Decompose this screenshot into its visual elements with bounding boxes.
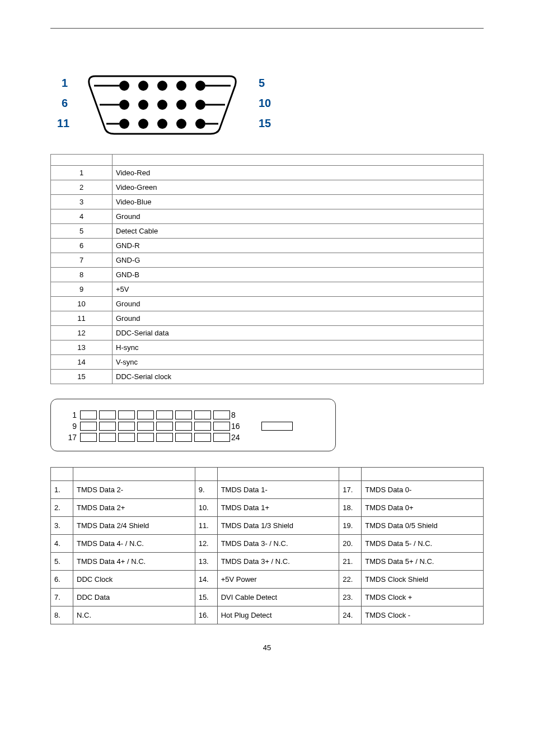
table-row: 9+5V: [51, 282, 484, 297]
vga-connector-diagram: 1 6 11 5 10 15: [62, 73, 274, 141]
dvi-pin-cell: 7.: [51, 589, 73, 606]
dvi-pin-icon: [156, 433, 173, 442]
svg-point-9: [195, 100, 205, 110]
dvi-pin-icon: [213, 422, 230, 431]
dvi-pin-cell: 5.: [51, 553, 73, 571]
dvi-connector-diagram: 189161724: [50, 399, 336, 451]
vga-signal-cell: DDC-Serial data: [113, 326, 484, 340]
dvi-pin-icon: [80, 433, 97, 442]
table-row: 7GND-G: [51, 253, 484, 268]
vga-pin-label-1: 1: [62, 77, 68, 90]
vga-pin-cell: 4: [51, 209, 113, 224]
dvi-signal-cell: DDC Clock: [73, 571, 195, 589]
vga-signal-cell: Detect Cable: [113, 224, 484, 239]
svg-point-10: [119, 119, 129, 129]
dvi-signal-cell: TMDS Data 3- / N.C.: [217, 535, 339, 553]
svg-point-7: [157, 100, 167, 110]
dvi-pin-icon: [80, 410, 97, 419]
dvi-pin-icon: [194, 410, 211, 419]
dvi-row-label-left: 17: [62, 433, 79, 442]
vga-pin-label-10: 10: [259, 97, 271, 110]
svg-point-2: [157, 81, 167, 91]
vga-pin-cell: 3: [51, 195, 113, 209]
table-header-row: [51, 155, 484, 166]
dvi-pin-icon: [99, 422, 116, 431]
vga-pin-cell: 13: [51, 340, 113, 355]
table-row: 4.TMDS Data 4- / N.C.12.TMDS Data 3- / N…: [51, 535, 484, 553]
dvi-pin-icon: [99, 410, 116, 419]
dvi-pin-cell: 9.: [195, 481, 217, 499]
dvi-signal-cell: TMDS Data 5+ / N.C.: [362, 553, 484, 571]
dvi-pin-cell: 15.: [195, 589, 217, 606]
vga-pin-cell: 9: [51, 282, 113, 297]
dvi-blade-icon: [261, 422, 293, 431]
table-row: 14V-sync: [51, 355, 484, 370]
dvi-signal-cell: Hot Plug Detect: [217, 606, 339, 624]
dvi-pin-cell: 1.: [51, 481, 73, 499]
dvi-pin-cell: 12.: [195, 535, 217, 553]
table-row: 1Video-Red: [51, 166, 484, 180]
dvi-header-pin-2: [195, 468, 217, 481]
dvi-signal-cell: TMDS Data 3+ / N.C.: [217, 553, 339, 571]
svg-point-0: [119, 81, 129, 91]
svg-point-6: [138, 100, 148, 110]
dvi-pin-icon: [80, 422, 97, 431]
vga-pin-label-15: 15: [259, 117, 271, 130]
dvi-pin-icon: [99, 433, 116, 442]
vga-signal-cell: H-sync: [113, 340, 484, 355]
svg-point-1: [138, 81, 148, 91]
svg-point-8: [176, 100, 186, 110]
table-row: 10Ground: [51, 297, 484, 311]
dvi-signal-cell: TMDS Clock -: [362, 606, 484, 624]
dvi-signal-cell: TMDS Clock +: [362, 589, 484, 606]
dvi-pin-cell: 18.: [339, 499, 362, 517]
dvi-pin-cell: 17.: [339, 481, 362, 499]
dvi-signal-cell: TMDS Data 2+: [73, 499, 195, 517]
dvi-pin-cell: 4.: [51, 535, 73, 553]
dvi-row-label-right: 8: [231, 410, 248, 419]
dvi-pin-icon: [156, 410, 173, 419]
dvi-pin-icon: [213, 433, 230, 442]
dvi-signal-cell: DVI Cable Detect: [217, 589, 339, 606]
dvi-signal-cell: TMDS Data 1+: [217, 499, 339, 517]
table-row: 2.TMDS Data 2+10.TMDS Data 1+18.TMDS Dat…: [51, 499, 484, 517]
vga-pin-cell: 1: [51, 166, 113, 180]
vga-signal-cell: Video-Blue: [113, 195, 484, 209]
vga-signal-cell: V-sync: [113, 355, 484, 370]
table-row: 4Ground: [51, 209, 484, 224]
svg-point-14: [195, 119, 205, 129]
vga-signal-cell: Video-Red: [113, 166, 484, 180]
dvi-pin-icon: [118, 433, 135, 442]
dvi-signal-cell: TMDS Data 1-: [217, 481, 339, 499]
vga-pin-cell: 10: [51, 297, 113, 311]
table-row: 15DDC-Serial clock: [51, 370, 484, 384]
table-row: 2Video-Green: [51, 180, 484, 195]
dvi-signal-cell: TMDS Data 0/5 Shield: [362, 517, 484, 535]
dvi-pin-icon: [156, 422, 173, 431]
vga-pin-label-11: 11: [57, 117, 69, 130]
table-row: 5.TMDS Data 4+ / N.C.13.TMDS Data 3+ / N…: [51, 553, 484, 571]
dvi-pin-cell: 23.: [339, 589, 362, 606]
table-row: 8.N.C.16.Hot Plug Detect24.TMDS Clock -: [51, 606, 484, 624]
vga-signal-cell: Ground: [113, 209, 484, 224]
dvi-pin-icon: [137, 410, 154, 419]
vga-signal-cell: Ground: [113, 311, 484, 326]
vga-signal-cell: Ground: [113, 297, 484, 311]
dvi-pin-row: 1724: [62, 433, 324, 442]
vga-pin-cell: 11: [51, 311, 113, 326]
dvi-pin-icon: [194, 422, 211, 431]
dvi-header-sig-3: [362, 468, 484, 481]
vga-signal-cell: GND-B: [113, 268, 484, 282]
svg-point-4: [195, 81, 205, 91]
vga-pin-label-6: 6: [62, 97, 68, 110]
header-rule: [50, 28, 484, 29]
dvi-header-pin-1: [51, 468, 73, 481]
dvi-pin-cell: 13.: [195, 553, 217, 571]
svg-point-13: [176, 119, 186, 129]
dvi-pin-cell: 22.: [339, 571, 362, 589]
vga-pin-label-5: 5: [259, 77, 265, 90]
svg-point-5: [119, 100, 129, 110]
vga-pin-cell: 6: [51, 239, 113, 253]
dvi-pin-icon: [118, 410, 135, 419]
dvi-pin-cell: 24.: [339, 606, 362, 624]
